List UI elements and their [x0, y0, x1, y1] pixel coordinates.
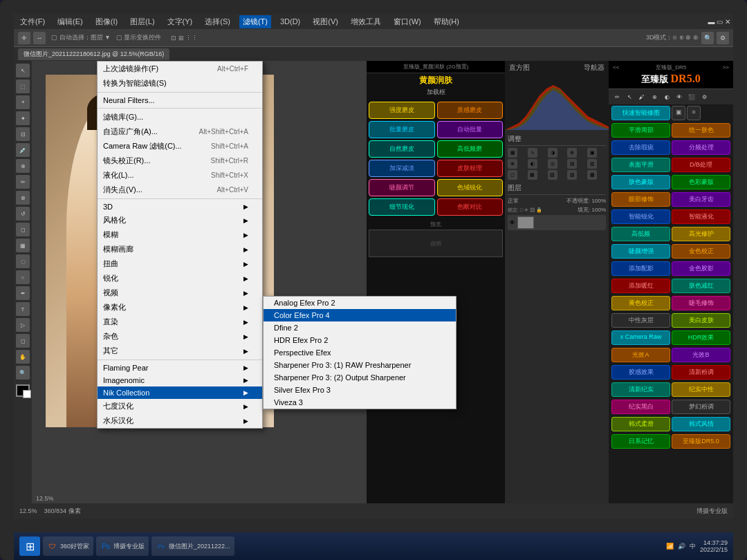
menu-filter-gallery[interactable]: 滤镜库(G)... [98, 110, 262, 124]
tool-crop[interactable]: ⊡ [16, 127, 30, 141]
tool-history-brush[interactable]: ↺ [16, 207, 30, 221]
dr5-btn-doc-neutral[interactable]: 纪实中性 [672, 382, 730, 397]
dr5-tool-select[interactable]: ↖ [624, 91, 635, 102]
taskbar-item-file[interactable]: Ps 微信图片_20211222... [151, 536, 234, 556]
menu-video[interactable]: 视频 ▶ [98, 286, 262, 300]
adj-color-balance[interactable]: ⊗ [508, 159, 517, 169]
adj-exposure[interactable]: ◑ [548, 148, 557, 158]
taskbar-start-button[interactable]: ⊞ [19, 536, 40, 556]
tool-select[interactable]: ⬚ [16, 80, 30, 93]
dr5-btn-hilow-freq[interactable]: 高低频 [611, 227, 670, 241]
mid-btn-pifu[interactable]: 皮肤校理 [437, 160, 504, 177]
layer-item-1[interactable]: 👁 [508, 215, 606, 230]
tool-eraser[interactable]: ◻ [16, 223, 30, 236]
menu-7degree[interactable]: 七度汉化 ▶ [98, 399, 262, 413]
menu-3d[interactable]: 3D(D) [277, 16, 304, 27]
tool-spot-heal[interactable]: ⊕ [16, 159, 30, 173]
dr5-btn-db[interactable]: D/B处理 [672, 158, 730, 172]
dr5-panel-collapse[interactable]: << [613, 64, 619, 71]
dr5-tool-brush[interactable]: 🖌 [636, 91, 647, 102]
dr5-tool-paint[interactable]: ✏ [611, 91, 622, 102]
menu-lens-correction[interactable]: 镜头校正(R)... Shift+Ctrl+R [98, 153, 262, 168]
dr5-btn-color-lux[interactable]: 色彩豪版 [672, 175, 730, 189]
menu-window[interactable]: 窗口(W) [390, 15, 425, 28]
mid-btn-jianyan[interactable]: 睫颜调节 [369, 179, 435, 196]
foreground-color[interactable] [16, 384, 30, 397]
dr5-btn-smart-sharp[interactable]: 智能锐化 [611, 209, 670, 224]
tool-gradient[interactable]: ▦ [16, 239, 30, 252]
adj-levels[interactable]: ▦ [508, 148, 517, 158]
menu-distort[interactable]: 扭曲 ▶ [98, 256, 262, 271]
dr5-btn-doc-bw[interactable]: 纪实黑白 [611, 400, 670, 414]
menu-edit[interactable]: 编辑(E) [54, 15, 86, 28]
dr5-btn-quick-smart[interactable]: 快速智能修图 [611, 106, 670, 120]
tool-lasso[interactable]: ⌖ [16, 95, 30, 109]
menu-render[interactable]: 直染 ▶ [98, 315, 262, 329]
tool-magic-wand[interactable]: ✦ [16, 111, 30, 125]
menu-adaptive-wide[interactable]: 自适应广角(A)... Alt+Shift+Ctrl+A [98, 124, 262, 139]
mid-btn-zidong[interactable]: 自动批量 [437, 121, 504, 138]
dr5-btn-eyelash-enhance[interactable]: 睫颜增强 [611, 244, 670, 259]
mid-btn-piliang[interactable]: 批量磨皮 [369, 121, 435, 138]
tool-shape[interactable]: ◻ [16, 334, 30, 348]
dr5-btn-highlight-fix[interactable]: 高光修护 [672, 227, 730, 241]
adj-invert[interactable]: ◻ [508, 170, 517, 180]
mid-btn-jixi[interactable]: 细节现化 [369, 198, 435, 216]
dr5-btn-zhizhen-version[interactable]: 至臻版DR5.0 [672, 434, 730, 449]
menu-plugins[interactable]: 增效工具 [347, 15, 385, 28]
toolbar-search[interactable]: 🔍 [701, 32, 714, 44]
menu-neural-filters[interactable]: Neural Filters... [98, 94, 262, 106]
adj-selective-color[interactable]: ▩ [587, 170, 597, 180]
adj-posterize[interactable]: ▦ [528, 170, 537, 180]
taskbar-ime-icon[interactable]: 中 [690, 542, 696, 551]
adj-bw[interactable]: ◐ [528, 159, 537, 169]
mid-btn-zhigan[interactable]: 质感磨皮 [437, 102, 504, 119]
dr5-btn-film-feel[interactable]: 胶感效果 [611, 365, 670, 380]
menu-blur[interactable]: 模糊 ▶ [98, 227, 262, 242]
dr5-btn-add-warm-red[interactable]: 添加暖红 [611, 279, 670, 293]
dr5-tool-eye[interactable]: 👁 [674, 91, 685, 102]
submenu-silver-efex[interactable]: Silver Efex Pro 3 [264, 384, 456, 396]
dr5-tool-settings[interactable]: ⚙ [699, 91, 710, 102]
adj-color-lookup[interactable]: ▥ [587, 159, 597, 169]
dr5-btn-smooth[interactable]: 平滑周部 [611, 123, 670, 138]
dr5-btn-whiten-skin[interactable]: 美白皮肤 [672, 313, 730, 328]
dr5-btn-korean-style[interactable]: 韩式风情 [672, 417, 730, 431]
adj-hsl[interactable]: ▣ [587, 148, 597, 158]
dr5-btn-eyelash-retouch[interactable]: 睫毛修饰 [672, 296, 730, 310]
menu-imagenomic[interactable]: Imagenomic ▶ [98, 374, 262, 386]
submenu-hdr-efex[interactable]: HDR Efex Pro 2 [264, 334, 456, 346]
dr5-btn-freq-proc[interactable]: 分频处理 [672, 140, 730, 155]
tool-clone[interactable]: ⊗ [16, 191, 30, 205]
menu-help[interactable]: 帮助(H) [430, 15, 463, 28]
dr5-btn-fresh-doc[interactable]: 清新纪实 [611, 382, 670, 397]
adj-channel-mixer[interactable]: ▤ [567, 159, 577, 169]
adj-gradient-map[interactable]: ▨ [567, 170, 577, 180]
submenu-sharpener-output[interactable]: Sharpener Pro 3: (2) Output Sharpener [264, 371, 456, 384]
menu-vanishing-point[interactable]: 消失点(V)... Alt+Ctrl+V [98, 183, 262, 197]
dr5-btn-remove-flaw[interactable]: 去除瑕疵 [611, 140, 670, 155]
dr5-btn-unified-skin[interactable]: 统一肤色 [672, 123, 730, 138]
menu-view[interactable]: 视图(V) [309, 15, 342, 28]
dr5-tool-mask[interactable]: ◐ [661, 91, 672, 102]
layer-visibility-eye[interactable]: 👁 [509, 219, 515, 226]
dr5-btn-hdr[interactable]: HDR效果 [672, 330, 730, 345]
dr5-btn-japan-memory[interactable]: 日系记忆 [611, 434, 670, 449]
dr5-btn-surface-smooth[interactable]: 表面平滑 [611, 158, 670, 172]
file-tab[interactable]: 微信图片_20211222180612.jpg @ 12.5%(RGB/16) [18, 48, 169, 60]
dr5-btn-dream-pink[interactable]: 梦幻粉调 [672, 400, 730, 414]
dr5-btn-extra1[interactable]: ▣ [672, 106, 685, 120]
dr5-btn-whiten-teeth[interactable]: 美白牙齿 [672, 192, 730, 207]
tool-eyedropper[interactable]: 💉 [16, 143, 30, 157]
dr5-tool-clone[interactable]: ⊕ [649, 91, 660, 102]
dr5-btn-yellow-correct[interactable]: 黄色校正 [611, 296, 670, 310]
menu-layer[interactable]: 图层(L) [127, 15, 158, 28]
toolbar-settings[interactable]: ⚙ [717, 32, 729, 44]
mid-btn-seyu[interactable]: 色域锐化 [437, 179, 504, 196]
tool-zoom[interactable]: 🔍 [16, 366, 30, 380]
menu-smart-filter[interactable]: 转换为智能滤镜(S) [98, 76, 262, 91]
menu-stylize[interactable]: 风格化 ▶ [98, 213, 262, 227]
dr5-btn-light-b[interactable]: 光效B [672, 348, 730, 362]
adj-threshold[interactable]: ▧ [548, 170, 557, 180]
menu-select[interactable]: 选择(S) [201, 15, 234, 28]
